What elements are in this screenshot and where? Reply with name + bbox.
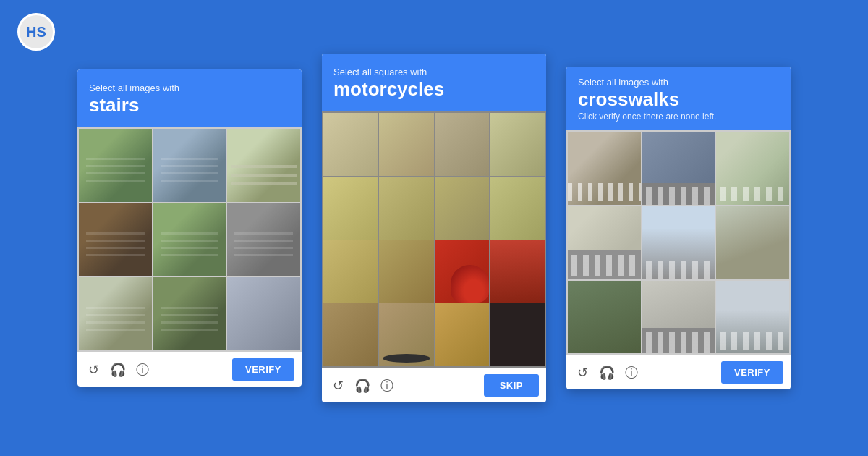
grid-cell-stairs-4[interactable] — [79, 203, 152, 276]
moto-cell-16[interactable] — [490, 303, 545, 366]
captcha-motorcycles-title: motorcycles — [333, 79, 535, 100]
captcha-stairs: Select all images with stairs — [77, 69, 302, 387]
grid-cell-crosswalk-8[interactable] — [642, 281, 715, 354]
grid-cell-crosswalk-7[interactable] — [568, 281, 641, 354]
captcha-motorcycles-header: Select all squares with motorcycles — [322, 54, 546, 111]
grid-cell-crosswalk-5[interactable] — [642, 206, 715, 279]
grid-cell-crosswalk-2[interactable] — [642, 132, 715, 205]
moto-cell-8[interactable] — [490, 177, 545, 240]
moto-cell-4[interactable] — [490, 113, 545, 176]
stairs-verify-button[interactable]: VERIFY — [232, 358, 294, 381]
moto-cell-2[interactable] — [379, 113, 434, 176]
captcha-stairs-header: Select all images with stairs — [77, 69, 302, 127]
moto-cell-12[interactable] — [490, 240, 545, 303]
captcha-stairs-title: stairs — [89, 95, 290, 116]
moto-cell-9[interactable] — [323, 240, 378, 303]
moto-cell-1[interactable] — [323, 113, 378, 176]
info-icon-moto[interactable]: ⓘ — [378, 377, 396, 394]
captcha-motorcycles: Select all squares with motorcycles — [322, 54, 546, 402]
grid-cell-crosswalk-9[interactable] — [716, 281, 789, 354]
captcha-crosswalks-header: Select all images with crosswalks Click … — [566, 67, 791, 131]
captcha-motorcycles-footer: ↺ 🎧 ⓘ SKIP — [322, 368, 546, 402]
captchas-container: Select all images with stairs — [77, 54, 791, 402]
moto-cell-11[interactable] — [435, 240, 490, 303]
audio-icon-moto[interactable]: 🎧 — [354, 377, 371, 394]
captcha-crosswalks-title: crosswalks — [578, 89, 779, 110]
grid-cell-crosswalk-4[interactable] — [568, 206, 641, 279]
hs-logo: HS — [17, 13, 55, 51]
refresh-icon[interactable]: ↺ — [85, 361, 102, 379]
captcha-motorcycles-subtitle: Select all squares with — [333, 67, 535, 77]
moto-cell-6[interactable] — [379, 177, 434, 240]
info-icon-crosswalk[interactable]: ⓘ — [623, 364, 640, 381]
grid-cell-crosswalk-1[interactable] — [568, 132, 641, 205]
info-icon[interactable]: ⓘ — [134, 361, 151, 379]
moto-cell-15[interactable] — [435, 303, 490, 366]
audio-icon-crosswalk[interactable]: 🎧 — [598, 364, 616, 381]
moto-cell-13[interactable] — [323, 303, 378, 366]
grid-cell-stairs-6[interactable] — [227, 203, 300, 276]
captcha-crosswalks: Select all images with crosswalks Click … — [566, 67, 791, 390]
grid-cell-stairs-9[interactable] — [227, 277, 300, 350]
crosswalks-verify-button[interactable]: VERIFY — [721, 361, 783, 384]
captcha-motorcycles-grid — [322, 111, 546, 368]
captcha-stairs-footer-icons: ↺ 🎧 ⓘ — [85, 361, 225, 379]
captcha-crosswalks-grid — [566, 130, 791, 355]
moto-cell-3[interactable] — [435, 113, 490, 176]
grid-cell-crosswalk-3[interactable] — [716, 132, 789, 205]
captcha-crosswalks-footer: ↺ 🎧 ⓘ VERIFY — [566, 355, 791, 389]
captcha-stairs-grid — [77, 127, 302, 352]
moto-cell-7[interactable] — [435, 177, 490, 240]
refresh-icon-crosswalk[interactable]: ↺ — [574, 364, 591, 381]
captcha-crosswalks-note: Click verify once there are none left. — [578, 111, 779, 122]
captcha-crosswalks-footer-icons: ↺ 🎧 ⓘ — [574, 364, 714, 381]
captcha-stairs-subtitle: Select all images with — [89, 83, 290, 93]
grid-cell-stairs-3[interactable] — [227, 129, 300, 202]
moto-cell-5[interactable] — [323, 177, 378, 240]
motorcycles-skip-button[interactable]: SKIP — [484, 374, 539, 397]
audio-icon[interactable]: 🎧 — [109, 361, 127, 379]
captcha-crosswalks-subtitle: Select all images with — [578, 77, 779, 88]
grid-cell-stairs-1[interactable] — [79, 129, 152, 202]
captcha-motorcycles-footer-icons: ↺ 🎧 ⓘ — [329, 377, 477, 394]
moto-cell-10[interactable] — [379, 240, 434, 303]
moto-image-grid — [323, 113, 545, 366]
refresh-icon-moto[interactable]: ↺ — [329, 377, 346, 394]
grid-cell-crosswalk-6[interactable] — [716, 206, 789, 279]
moto-cell-14[interactable] — [379, 303, 434, 366]
grid-cell-stairs-5[interactable] — [153, 203, 226, 276]
grid-cell-stairs-8[interactable] — [153, 277, 226, 350]
grid-cell-stairs-7[interactable] — [79, 277, 152, 350]
grid-cell-stairs-2[interactable] — [153, 129, 226, 202]
captcha-stairs-footer: ↺ 🎧 ⓘ VERIFY — [77, 352, 302, 387]
